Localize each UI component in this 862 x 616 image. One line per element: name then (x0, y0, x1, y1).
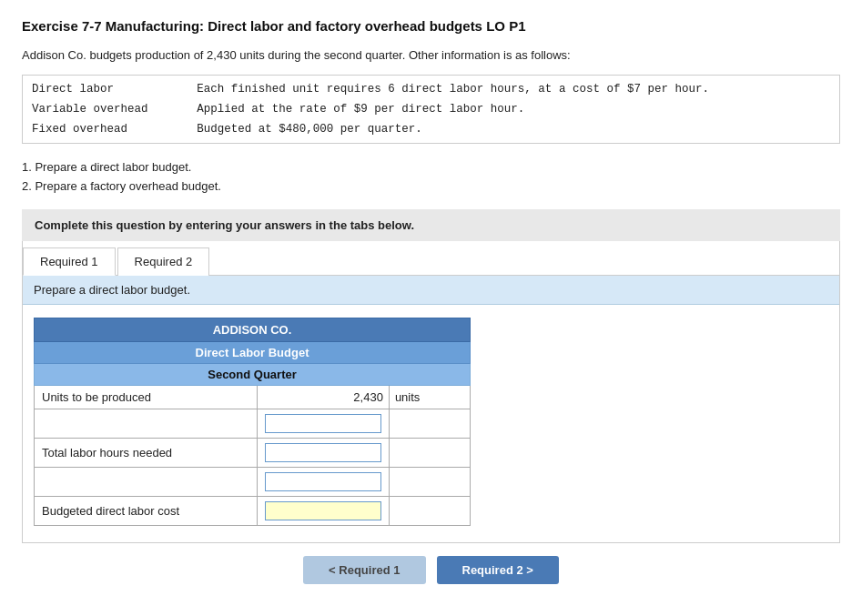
tab-req2[interactable]: Required 2 (117, 247, 210, 276)
info-desc: Each finished unit requires 6 direct lab… (188, 76, 839, 100)
budget-data-row (35, 467, 471, 496)
budget-period: Second Quarter (35, 363, 471, 385)
row-unit (389, 496, 470, 525)
budget-data-row: Units to be produced 2,430 units (35, 385, 471, 409)
budget-title-row: Direct Labor Budget (35, 341, 471, 363)
info-desc: Budgeted at $480,000 per quarter. (188, 119, 839, 144)
budget-data-row: Budgeted direct labor cost (35, 496, 471, 525)
info-label: Fixed overhead (23, 119, 188, 144)
tab-req1[interactable]: Required 1 (23, 247, 116, 276)
row-unit (389, 438, 470, 467)
empty-input[interactable] (265, 472, 381, 491)
budget-input-4[interactable] (265, 501, 381, 520)
budget-period-row: Second Quarter (35, 363, 471, 385)
input-cell[interactable] (258, 496, 390, 525)
next-button[interactable]: Required 2 > (437, 556, 559, 584)
budget-company-row: ADDISON CO. (35, 318, 471, 341)
budget-title: Direct Labor Budget (35, 341, 471, 363)
tabs-header: Required 1Required 2 (23, 241, 839, 276)
empty-unit (389, 409, 470, 438)
info-label: Direct labor (23, 76, 188, 100)
complete-prompt: Complete this question by entering your … (22, 209, 840, 241)
budget-company: ADDISON CO. (35, 318, 471, 341)
info-row: Direct labor Each finished unit requires… (23, 76, 840, 100)
budget-table-container: ADDISON CO.Direct Labor BudgetSecond Qua… (23, 305, 839, 542)
empty-label (35, 467, 258, 496)
budget-table: ADDISON CO.Direct Labor BudgetSecond Qua… (34, 318, 471, 526)
info-desc: Applied at the rate of $9 per direct lab… (188, 99, 839, 119)
row-unit: units (389, 385, 470, 409)
row-label: Budgeted direct labor cost (35, 496, 258, 525)
prev-button[interactable]: < Required 1 (303, 556, 425, 584)
info-table: Direct labor Each finished unit requires… (22, 75, 840, 144)
info-row: Fixed overhead Budgeted at $480,000 per … (23, 119, 840, 144)
info-row: Variable overhead Applied at the rate of… (23, 99, 840, 119)
budget-data-row (35, 409, 471, 438)
empty-input-cell[interactable] (258, 467, 390, 496)
row-label: Total labor hours needed (35, 438, 258, 467)
empty-unit (389, 467, 470, 496)
nav-buttons: < Required 1 Required 2 > (22, 543, 840, 588)
empty-input-cell[interactable] (258, 409, 390, 438)
budget-input-2[interactable] (265, 443, 381, 462)
input-cell[interactable] (258, 438, 390, 467)
tab-instruction: Prepare a direct labor budget. (23, 276, 839, 305)
row-label: Units to be produced (35, 385, 258, 409)
row-value: 2,430 (258, 385, 390, 409)
info-label: Variable overhead (23, 99, 188, 119)
instructions: 1. Prepare a direct labor budget.2. Prep… (22, 158, 840, 197)
instruction-line: 2. Prepare a factory overhead budget. (22, 177, 840, 197)
empty-label (35, 409, 258, 438)
tabs-area: Required 1Required 2 Prepare a direct la… (22, 241, 840, 543)
exercise-title: Exercise 7-7 Manufacturing: Direct labor… (22, 18, 840, 34)
empty-input[interactable] (265, 414, 381, 433)
instruction-line: 1. Prepare a direct labor budget. (22, 158, 840, 177)
intro-text: Addison Co. budgets production of 2,430 … (22, 48, 840, 62)
tab-content: Prepare a direct labor budget. ADDISON C… (23, 276, 839, 542)
budget-data-row: Total labor hours needed (35, 438, 471, 467)
